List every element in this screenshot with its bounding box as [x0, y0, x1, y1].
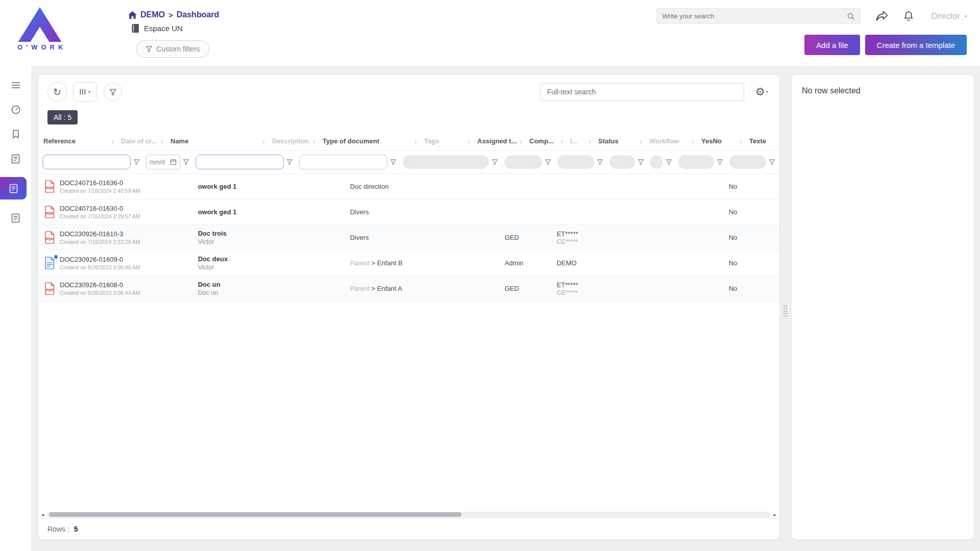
column-header-date-of-cr[interactable]: Date of cr...›: [116, 132, 165, 150]
filter-disabled-field: [678, 155, 714, 169]
filter-funnel-icon[interactable]: [597, 159, 603, 165]
column-header-tags[interactable]: Tags›: [419, 132, 472, 150]
column-header-description[interactable]: Description›: [267, 132, 317, 150]
table-row-DOC230926-01610-3[interactable]: PDFDOC230926-01610-3Created on 7/16/2024…: [38, 225, 779, 251]
sidebar-item-bookmarks[interactable]: [0, 128, 31, 140]
column-header-texte[interactable]: Texte›: [744, 132, 779, 150]
cell-description: [296, 251, 346, 276]
filter-funnel-icon[interactable]: [717, 159, 723, 165]
svg-text:PDF: PDF: [46, 211, 54, 216]
cell-yesno: No: [725, 225, 773, 250]
date-filter-input[interactable]: mm/d: [146, 155, 180, 169]
app-logo[interactable]: O'WORK: [9, 5, 128, 66]
documents-table: Reference›Date of cr...›Name›Description…: [38, 132, 779, 511]
column-header-status[interactable]: Status›: [593, 132, 644, 150]
documents-table-panel: ↻ ▾ ⚙▾ All : 5 Reference›Date of cr...›N…: [38, 75, 779, 539]
column-header-i[interactable]: I...›: [565, 132, 593, 150]
column-header-assigned-t[interactable]: Assigned t...›: [472, 132, 524, 150]
role-label: Director: [931, 12, 960, 21]
column-filter-input[interactable]: [299, 155, 387, 169]
global-search-input[interactable]: [662, 12, 843, 20]
custom-filters-button[interactable]: Custom filters: [136, 40, 209, 58]
cell-type: Doc direction: [346, 174, 448, 199]
create-from-template-button[interactable]: Create from a template: [865, 35, 967, 55]
filter-funnel-icon[interactable]: [390, 159, 397, 165]
filter-button[interactable]: [104, 83, 122, 101]
scrollbar-thumb[interactable]: [49, 512, 461, 517]
scrollbar-track[interactable]: [47, 512, 771, 518]
cell-date: [144, 199, 194, 224]
column-filter-input[interactable]: [195, 155, 284, 169]
calendar-icon: [170, 159, 177, 165]
cell-status: [622, 225, 673, 250]
column-header-type-of-document[interactable]: Type of document›: [317, 132, 419, 150]
filter-cell-description: [295, 151, 399, 173]
filter-funnel-icon[interactable]: [133, 159, 140, 165]
column-filter-input[interactable]: [42, 155, 131, 169]
cell-company: [553, 174, 594, 199]
table-row-DOC230926-01608-0[interactable]: PDFDOC230926-01608-0Created on 9/26/2023…: [38, 276, 779, 302]
sidebar-menu-toggle[interactable]: [0, 79, 31, 91]
filter-funnel-icon[interactable]: [769, 159, 775, 165]
column-header-yesno[interactable]: YesNo›: [696, 132, 744, 150]
custom-filters-label: Custom filters: [156, 45, 200, 53]
table-row-DOC240716-01636-0[interactable]: PDFDOC240716-01636-0Created on 7/16/2024…: [38, 174, 779, 199]
column-header-workflow[interactable]: Workflow›: [644, 132, 696, 150]
settings-gear-button[interactable]: ⚙▾: [755, 86, 768, 98]
cell-company: [553, 199, 594, 224]
breadcrumb-demo[interactable]: DEMO: [140, 10, 165, 19]
add-file-button[interactable]: Add a file: [804, 35, 860, 55]
column-chooser-button[interactable]: ▾: [73, 82, 96, 102]
scroll-right-icon[interactable]: ▸: [772, 512, 778, 517]
table-row-DOC240716-01630-0[interactable]: PDFDOC240716-01630-0Created on 7/16/2024…: [38, 199, 779, 225]
fulltext-search-input[interactable]: [540, 83, 744, 101]
table-header-row: Reference›Date of cr...›Name›Description…: [38, 132, 779, 151]
rows-label: Rows :: [47, 525, 69, 533]
breadcrumb-dashboard[interactable]: Dashboard: [177, 10, 219, 19]
filter-funnel-icon[interactable]: [545, 159, 551, 165]
scroll-left-icon[interactable]: ◂: [40, 512, 46, 517]
date-placeholder: mm/d: [150, 159, 165, 166]
column-header-comp[interactable]: Comp...›: [524, 132, 565, 150]
home-icon[interactable]: [128, 11, 137, 19]
sidebar-item-documents[interactable]: [0, 153, 31, 165]
cell-type: Parent > Enfant A: [346, 276, 448, 301]
search-icon[interactable]: [847, 12, 855, 20]
column-label: Tags: [424, 137, 439, 145]
panel-resize-handle[interactable]: [783, 305, 788, 318]
cell-i: [594, 174, 622, 199]
chevron-down-icon: ▾: [766, 89, 768, 94]
filter-cell-status: [674, 151, 725, 173]
column-header-reference[interactable]: Reference›: [38, 132, 116, 150]
filter-funnel-icon[interactable]: [286, 159, 293, 165]
filter-funnel-icon[interactable]: [666, 159, 672, 165]
tab-all[interactable]: All : 5: [47, 110, 78, 124]
cell-company: ET*****CE*****: [553, 276, 594, 301]
alert-bell-icon: [53, 255, 59, 260]
filter-funnel-icon: [145, 45, 153, 53]
sidebar: [0, 66, 31, 551]
sidebar-item-ged[interactable]: [0, 177, 27, 199]
filter-funnel-icon[interactable]: [183, 159, 189, 165]
cell-date: [144, 174, 194, 199]
filter-cell-name: [191, 151, 295, 173]
svg-text:PDF: PDF: [46, 186, 54, 190]
cell-name: owork ged 1: [194, 174, 296, 199]
column-label: Date of cr...: [121, 137, 157, 145]
filter-funnel-icon[interactable]: [492, 159, 498, 165]
sidebar-item-archives[interactable]: [0, 212, 31, 224]
table-row-DOC230926-01609-0[interactable]: DOC230926-01609-0Created on 9/26/2023 3:…: [38, 251, 779, 276]
filter-cell-type-of-document: [399, 151, 500, 173]
column-header-name[interactable]: Name›: [165, 132, 267, 150]
share-icon[interactable]: [876, 11, 888, 21]
reference-text: DOC240716-01630-0: [60, 205, 140, 212]
document-icon: [11, 154, 20, 164]
sidebar-item-dashboard[interactable]: [0, 104, 31, 116]
cell-tags: [448, 199, 501, 224]
filter-cell-reference: [38, 151, 142, 173]
refresh-button[interactable]: ↻: [47, 82, 67, 102]
horizontal-scrollbar[interactable]: ◂ ▸: [38, 511, 779, 518]
notifications-bell-icon[interactable]: [903, 11, 914, 22]
filter-funnel-icon[interactable]: [638, 159, 644, 165]
role-dropdown[interactable]: Director ▾: [931, 12, 967, 21]
